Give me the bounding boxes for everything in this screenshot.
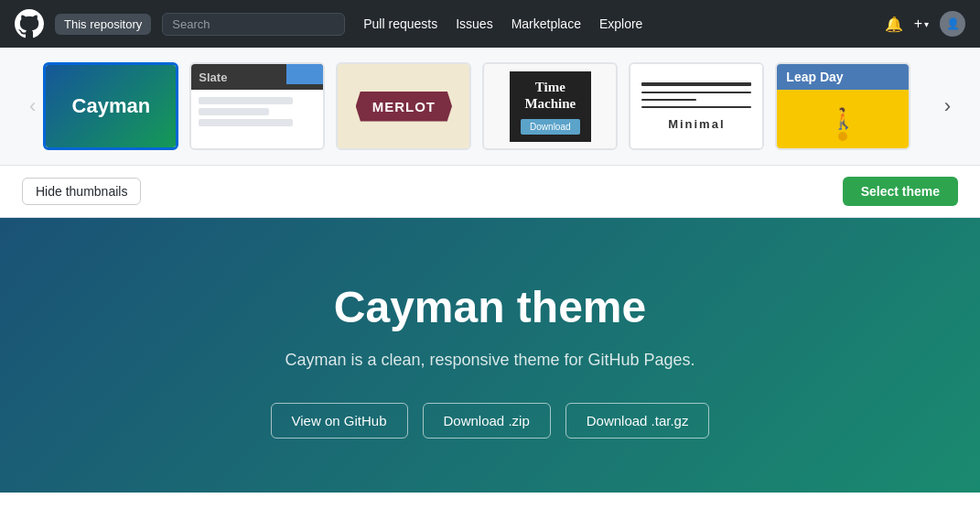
select-theme-button[interactable]: Select theme [843, 177, 958, 206]
slate-line-2 [199, 108, 269, 115]
cayman-preview: Cayman [46, 65, 176, 147]
theme-card-slate[interactable]: Slate [189, 62, 325, 150]
chevron-down-icon: ▾ [924, 19, 929, 29]
merlot-badge: Merlot [356, 92, 452, 122]
view-on-github-button[interactable]: View on GitHub [271, 403, 408, 439]
timemachine-preview: TimeMachine Download [484, 64, 616, 148]
nav-explore[interactable]: Explore [599, 16, 642, 31]
cayman-label: Cayman [72, 94, 151, 118]
nav-right: 🔔 + ▾ 👤 [885, 11, 965, 37]
minimal-line-short [641, 99, 696, 101]
preview-description: Cayman is a clean, responsive theme for … [285, 351, 695, 370]
download-zip-button[interactable]: Download .zip [423, 403, 551, 439]
this-repository-badge[interactable]: This repository [55, 14, 151, 35]
download-tar-button[interactable]: Download .tar.gz [565, 403, 710, 439]
preview-buttons: View on GitHub Download .zip Download .t… [271, 403, 710, 439]
notifications-button[interactable]: 🔔 [885, 16, 903, 33]
search-label: Search [172, 17, 210, 31]
minimal-preview: Minimal [630, 64, 762, 148]
theme-card-merlot[interactable]: Merlot [336, 62, 471, 150]
next-arrow-button[interactable]: › [937, 87, 958, 125]
add-button[interactable]: + ▾ [914, 16, 929, 32]
nav-marketplace[interactable]: Marketplace [512, 16, 581, 31]
preview-title: Cayman theme [334, 282, 646, 332]
themes-container: Cayman Slate [43, 62, 936, 150]
navbar: This repository Search Pull requests Iss… [0, 0, 980, 48]
minimal-line-1 [641, 92, 751, 93]
timemachine-bg: TimeMachine Download [510, 71, 590, 142]
avatar-icon: 👤 [946, 17, 960, 30]
avatar[interactable]: 👤 [940, 11, 965, 37]
bottom-bar: Hide thumbnails Select theme [0, 166, 980, 218]
slate-label: Slate [199, 70, 227, 84]
themes-row: ‹ Cayman Slate [22, 62, 958, 150]
slate-lines [191, 90, 323, 134]
leapday-preview: Leap Day 🚶 [777, 64, 909, 148]
timemachine-download-btn: Download [521, 119, 579, 135]
search-box[interactable]: Search [162, 13, 345, 36]
leapday-body: 🚶 [777, 90, 909, 148]
leapday-dot [838, 132, 847, 141]
slate-preview: Slate [191, 64, 323, 148]
merlot-preview: Merlot [338, 64, 469, 148]
minimal-label: Minimal [641, 117, 751, 131]
hide-thumbnails-button[interactable]: Hide thumbnails [22, 178, 141, 205]
bell-icon: 🔔 [885, 16, 903, 33]
nav-issues[interactable]: Issues [456, 16, 492, 31]
theme-card-cayman[interactable]: Cayman [43, 62, 178, 150]
leapday-person-icon: 🚶 [831, 107, 856, 131]
slate-header: Slate [191, 64, 323, 90]
theme-card-minimal[interactable]: Minimal [629, 62, 764, 150]
minimal-line-2 [641, 106, 751, 108]
theme-card-leap-day[interactable]: Leap Day 🚶 [775, 62, 910, 150]
slate-blue-accent [286, 64, 323, 84]
slate-line-3 [199, 119, 292, 126]
nav-pull-requests[interactable]: Pull requests [363, 16, 437, 31]
plus-icon: + [914, 16, 922, 32]
minimal-line-top [641, 82, 751, 86]
github-logo[interactable] [15, 9, 44, 38]
theme-picker-section: ‹ Cayman Slate [0, 48, 980, 166]
nav-links: Pull requests Issues Marketplace Explore [363, 16, 642, 31]
preview-section: Cayman theme Cayman is a clean, responsi… [0, 218, 980, 493]
prev-arrow-button[interactable]: ‹ [22, 87, 43, 125]
leapday-header: Leap Day [777, 64, 909, 90]
slate-line-1 [199, 97, 292, 104]
theme-card-time-machine[interactable]: TimeMachine Download [482, 62, 618, 150]
timemachine-title: TimeMachine [524, 79, 576, 112]
